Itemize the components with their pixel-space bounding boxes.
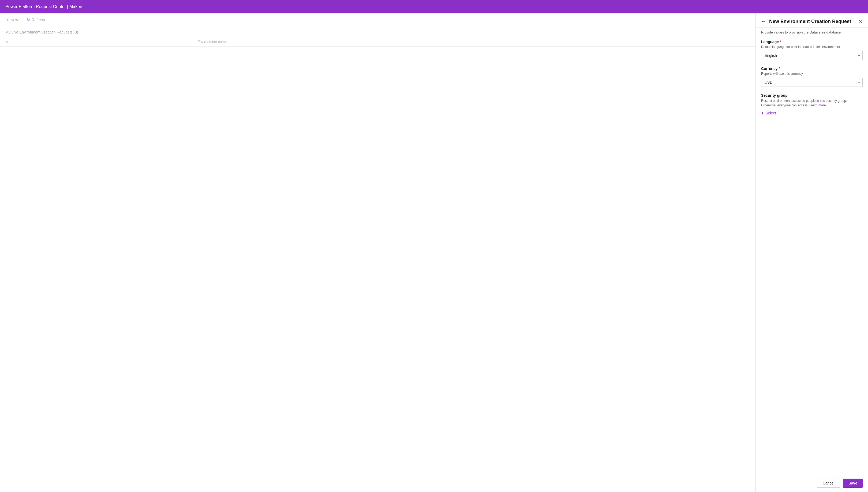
refresh-icon: ↻ [27,17,30,22]
left-panel: + New ↻ Refresh My Live Environment Crea… [0,14,756,492]
language-select[interactable]: English French Spanish German Japanese [761,51,863,60]
panel-content: Language * Default language for user int… [756,34,868,474]
panel-close-button[interactable]: ✕ [858,18,863,25]
col-env-name: Environment name [192,37,756,47]
currency-select[interactable]: USD EUR GBP JPY CAD [761,78,863,87]
panel-footer: Cancel Save [756,474,868,492]
security-group-label: Security group [761,93,863,98]
close-icon: ✕ [858,18,863,25]
learn-more-link[interactable]: Learn more [809,103,826,107]
security-group-select-button[interactable]: + Select [761,110,776,116]
panel-header-left: ← New Environment Creation Request [761,19,851,24]
panel-header: ← New Environment Creation Request ✕ [756,14,868,28]
right-panel: ← New Environment Creation Request ✕ Pro… [756,14,868,492]
currency-select-wrapper: USD EUR GBP JPY CAD ▾ [761,78,863,87]
language-section: Language * Default language for user int… [761,40,863,60]
new-label: New [10,18,18,22]
currency-required-star: * [778,67,780,71]
currency-label: Currency * [761,67,863,71]
back-icon: ← [761,19,766,24]
app-header: Power Platform Request Center | Makers [0,0,868,14]
cancel-button[interactable]: Cancel [817,478,840,488]
data-table: Id Environment name [0,37,756,47]
panel-title: New Environment Creation Request [769,19,851,24]
toolbar: + New ↻ Refresh [0,14,756,26]
currency-section: Currency * Reports will use this currenc… [761,67,863,87]
refresh-label: Refresh [32,18,45,22]
panel-subtitle: Provide values to provision the Datavers… [756,28,868,34]
new-icon: + [6,18,9,22]
panel-back-button[interactable]: ← [761,19,766,24]
security-group-section: Security group Restrict environment acce… [761,93,863,116]
security-group-select-label: Select [766,111,776,115]
language-required-star: * [780,40,781,44]
app-title: Power Platform Request Center | Makers [5,4,83,9]
language-hint: Default language for user interfaces in … [761,45,863,49]
security-group-desc: Restrict environment access to people in… [761,99,863,108]
security-group-plus-icon: + [761,110,764,116]
col-id: Id [0,37,192,47]
main-layout: + New ↻ Refresh My Live Environment Crea… [0,14,868,492]
language-select-wrapper: English French Spanish German Japanese ▾ [761,51,863,60]
new-button[interactable]: + New [4,16,20,23]
save-button[interactable]: Save [843,478,863,488]
refresh-button[interactable]: ↻ Refresh [24,16,47,23]
language-label: Language * [761,40,863,44]
currency-hint: Reports will use this currency [761,72,863,76]
section-title: My Live Environment Creation Requests (0… [0,26,756,37]
